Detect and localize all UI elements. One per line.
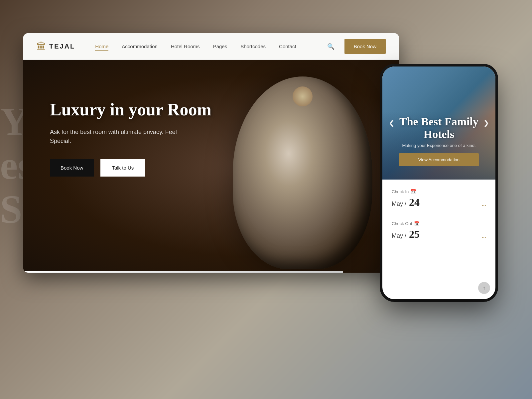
checkout-month: May / xyxy=(392,232,406,239)
carousel-next-button[interactable]: ❯ xyxy=(480,117,492,129)
hero-book-now-button[interactable]: Book Now xyxy=(50,159,94,177)
hero-buttons: Book Now Talk to Us xyxy=(50,159,211,177)
checkin-date-display: May / 24 xyxy=(392,196,420,208)
hero-content: Luxury in your Room Ask for the best roo… xyxy=(50,100,211,177)
nav-pages[interactable]: Pages xyxy=(213,44,227,49)
checkout-date-display: May / 25 xyxy=(392,228,420,240)
nav-accommodation[interactable]: Accommodation xyxy=(122,44,158,49)
nav-home[interactable]: Home xyxy=(95,44,108,49)
checkin-text: Check In xyxy=(392,189,409,194)
progress-bar xyxy=(23,271,343,273)
checkout-value[interactable]: May / 25 ... xyxy=(392,228,486,240)
checkin-day: 24 xyxy=(409,196,420,208)
logo-icon: 🏛 xyxy=(37,41,46,52)
logo: 🏛 TEJAL xyxy=(37,41,75,52)
nav-contact[interactable]: Contact xyxy=(279,44,296,49)
hero-section: Luxury in your Room Ask for the best roo… xyxy=(23,60,399,273)
checkin-label: Check In 📅 xyxy=(392,189,486,194)
checkin-month: May / xyxy=(392,200,406,207)
hero-talk-us-button[interactable]: Talk to Us xyxy=(100,159,145,177)
nav-shortcodes[interactable]: Shortcodes xyxy=(240,44,266,49)
hero-subtitle: Ask for the best room with ultimate priv… xyxy=(50,128,196,146)
checkout-day: 25 xyxy=(409,228,420,240)
chevron-left-icon: ❮ xyxy=(389,119,395,127)
checkout-more-icon[interactable]: ... xyxy=(482,232,486,239)
checkin-calendar-icon: 📅 xyxy=(411,189,416,194)
nav-links: Home Accommodation Hotel Rooms Pages Sho… xyxy=(95,44,320,49)
chevron-right-icon: ❯ xyxy=(483,119,489,127)
carousel-prev-button[interactable]: ❮ xyxy=(386,117,398,129)
arrow-up-icon: ↑ xyxy=(483,285,485,291)
checkout-text: Check Out xyxy=(392,221,412,226)
checkout-calendar-icon: 📅 xyxy=(414,221,420,226)
nav-book-now-button[interactable]: Book Now xyxy=(344,39,386,54)
logo-text: TEJAL xyxy=(49,43,75,50)
mobile-hero-title: The Best Family Hotels xyxy=(389,115,489,140)
checkin-value[interactable]: May / 24 ... xyxy=(392,196,486,208)
checkin-field: Check In 📅 May / 24 ... xyxy=(392,189,486,214)
hero-bell-image xyxy=(233,76,372,269)
checkout-label: Check Out 📅 xyxy=(392,221,486,226)
nav-hotel-rooms[interactable]: Hotel Rooms xyxy=(171,44,200,49)
search-icon[interactable]: 🔍 xyxy=(327,43,334,50)
mobile-hero-image: ❮ ❯ The Best Family Hotels Making your E… xyxy=(382,66,495,180)
navbar: 🏛 TEJAL Home Accommodation Hotel Rooms P… xyxy=(23,33,399,60)
mobile-booking-section: Check In 📅 May / 24 ... Check Out 📅 May … xyxy=(382,180,495,262)
mobile-device: ❮ ❯ The Best Family Hotels Making your E… xyxy=(382,66,495,299)
hero-title: Luxury in your Room xyxy=(50,100,211,120)
view-accommodation-button[interactable]: View Accommodation xyxy=(399,153,479,166)
checkin-more-icon[interactable]: ... xyxy=(482,200,486,207)
browser-window: 🏛 TEJAL Home Accommodation Hotel Rooms P… xyxy=(23,33,399,273)
mobile-hero-subtitle: Making your Experience one of a kind. xyxy=(389,143,489,148)
scroll-up-button[interactable]: ↑ xyxy=(478,282,490,294)
mobile-hero-text: The Best Family Hotels Making your Exper… xyxy=(382,115,495,166)
checkout-field: Check Out 📅 May / 25 ... xyxy=(392,221,486,246)
